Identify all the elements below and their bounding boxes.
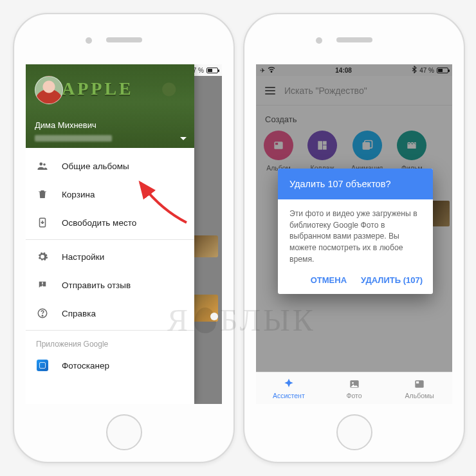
tab-assistant[interactable]: Ассистент <box>256 372 322 404</box>
cancel-button[interactable]: ОТМЕНА <box>311 275 347 285</box>
photo-thumbnail <box>191 235 218 257</box>
tab-label: Фото <box>346 392 362 399</box>
freeup-icon <box>36 216 49 229</box>
screen-left: 47 % APPLE Дима Михневич <box>26 64 222 404</box>
menu-label: Освободить место <box>62 218 136 228</box>
menu-label: Настройки <box>62 252 104 262</box>
battery-icon <box>206 68 218 73</box>
menu-label: Фотосканер <box>62 361 109 371</box>
bottom-tab-bar: Ассистент Фото Альбомы <box>256 372 452 404</box>
account-switcher-icon[interactable] <box>180 137 187 140</box>
menu-divider <box>26 239 194 240</box>
svg-point-0 <box>39 163 42 166</box>
menu-divider <box>26 330 194 331</box>
speaker <box>336 37 372 42</box>
dialog-body: Эти фото и видео уже загружены в библиот… <box>278 199 433 269</box>
user-name: Дима Михневич <box>35 120 96 130</box>
apps-header: Приложения Google <box>26 333 194 351</box>
dialog-title: Удалить 107 объектов? <box>278 169 433 199</box>
help-icon <box>36 307 49 320</box>
dialog-actions: ОТМЕНА УДАЛИТЬ (107) <box>278 269 433 294</box>
menu-feedback[interactable]: Отправить отзыв <box>26 271 194 299</box>
menu-label: Справка <box>62 309 96 318</box>
tab-photos[interactable]: Фото <box>322 372 387 404</box>
menu-label: Корзина <box>62 190 95 199</box>
menu-help[interactable]: Справка <box>26 299 194 327</box>
speaker <box>106 37 142 42</box>
svg-rect-17 <box>416 381 419 383</box>
photoscan-icon <box>36 359 49 372</box>
delete-dialog: Удалить 107 объектов? Эти фото и видео у… <box>278 169 433 294</box>
feedback-icon <box>36 279 49 291</box>
header-logo: APPLE <box>62 78 134 99</box>
phone-left: 47 % APPLE Дима Михневич <box>13 13 235 463</box>
svg-point-4 <box>42 315 43 316</box>
tab-label: Ассистент <box>273 392 305 399</box>
home-button[interactable] <box>336 414 372 450</box>
menu-label: Отправить отзыв <box>62 280 131 290</box>
menu-photoscan[interactable]: Фотосканер <box>26 351 194 380</box>
navigation-drawer: APPLE Дима Михневич Общие альбомы <box>26 64 194 404</box>
menu-free-up[interactable]: Освободить место <box>26 208 194 237</box>
delete-button[interactable]: УДАЛИТЬ (107) <box>361 275 423 285</box>
drawer-header[interactable]: APPLE Дима Михневич <box>26 64 194 148</box>
svg-point-1 <box>43 163 46 166</box>
avatar[interactable] <box>35 76 63 104</box>
user-email-blurred <box>35 135 112 142</box>
home-button[interactable] <box>106 414 142 450</box>
front-camera <box>86 37 92 44</box>
screen-right: ✈︎ 14:08 47 % Искать "Рождество" <box>256 64 452 404</box>
people-icon <box>36 160 49 172</box>
menu-shared-albums[interactable]: Общие альбомы <box>26 152 194 180</box>
tab-albums[interactable]: Альбомы <box>387 372 452 404</box>
drawer-menu: Общие альбомы Корзина Освободить место <box>26 148 194 380</box>
menu-label: Общие альбомы <box>62 161 129 171</box>
svg-point-15 <box>352 382 354 384</box>
gear-icon <box>36 250 49 263</box>
trash-icon <box>36 188 49 201</box>
underlying-content <box>192 76 222 404</box>
menu-settings[interactable]: Настройки <box>26 243 194 271</box>
tab-label: Альбомы <box>405 392 434 399</box>
menu-trash[interactable]: Корзина <box>26 180 194 208</box>
photo-thumbnail <box>191 295 218 322</box>
phone-right: ✈︎ 14:08 47 % Искать "Рождество" <box>243 13 465 463</box>
front-camera <box>316 37 322 44</box>
